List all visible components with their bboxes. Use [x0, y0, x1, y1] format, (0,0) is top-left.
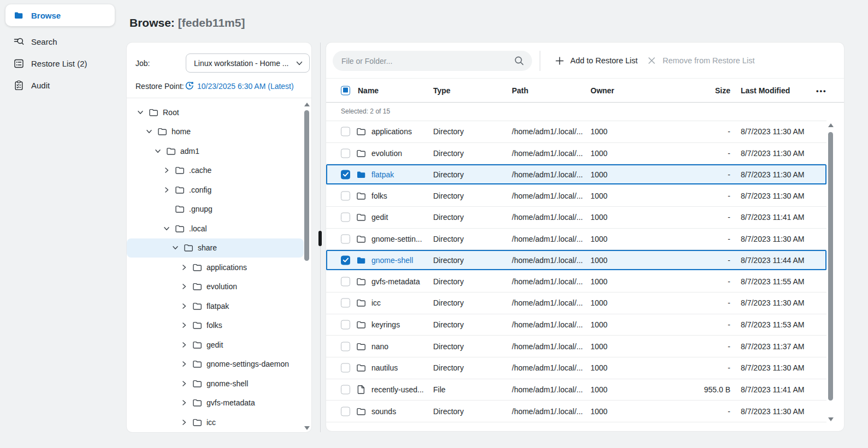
sidebar-item-browse[interactable]: Browse	[5, 4, 115, 26]
tree-node-gedit[interactable]: gedit	[127, 335, 304, 355]
column-header-name[interactable]: Name	[358, 86, 379, 95]
sidebar-item-search[interactable]: Search	[0, 31, 123, 52]
table-row-keyrings[interactable]: keyringsDirectory/home/adm1/.local/...10…	[326, 314, 826, 336]
table-row-evolution[interactable]: evolutionDirectory/home/adm1/.local/...1…	[326, 143, 826, 165]
cell-name: folks	[371, 192, 429, 200]
row-checkbox[interactable]	[341, 191, 350, 200]
chevron-right-icon[interactable]	[180, 264, 192, 271]
tree-node-share[interactable]: share	[127, 238, 304, 258]
chevron-right-icon[interactable]	[180, 360, 192, 368]
folder-icon	[192, 301, 202, 311]
cell-path: /home/adm1/.local/...	[512, 149, 586, 158]
scroll-up-arrow-icon[interactable]	[828, 123, 834, 127]
chevron-right-icon[interactable]	[180, 341, 192, 349]
row-checkbox[interactable]	[341, 277, 350, 286]
sidebar-item-audit[interactable]: Audit	[0, 74, 123, 96]
chevron-down-icon[interactable]	[145, 128, 157, 135]
row-checkbox[interactable]	[341, 342, 350, 351]
chevron-right-icon[interactable]	[180, 283, 192, 290]
scroll-up-arrow-icon[interactable]	[304, 103, 310, 106]
table-row-sounds[interactable]: soundsDirectory/home/adm1/.local/...1000…	[326, 401, 826, 422]
chevron-right-icon[interactable]	[180, 399, 192, 407]
table-scrollbar-thumb[interactable]	[828, 132, 833, 401]
select-all-checkbox[interactable]	[341, 86, 350, 95]
tree-node-config[interactable]: .config	[127, 180, 304, 200]
tree-node-flatpak[interactable]: flatpak	[127, 296, 304, 316]
column-header-last-modified[interactable]: Last Modified	[741, 86, 828, 95]
row-checkbox[interactable]	[341, 298, 350, 308]
row-checkbox[interactable]	[341, 363, 350, 373]
chevron-right-icon[interactable]	[180, 302, 192, 310]
tree-node-gnupg[interactable]: .gnupg	[127, 200, 304, 219]
chevron-right-icon[interactable]	[163, 166, 175, 174]
search-icon[interactable]	[514, 56, 524, 66]
row-checkbox[interactable]	[341, 213, 350, 222]
tree-node-adm1[interactable]: adm1	[127, 141, 304, 161]
table-row-applications[interactable]: applicationsDirectory/home/adm1/.local/.…	[326, 121, 826, 143]
cell-owner: 1000	[591, 385, 651, 394]
tree-node-local[interactable]: .local	[127, 219, 304, 238]
cell-size: 955.0 B	[659, 385, 730, 394]
add-to-restore-list-button[interactable]: Add to Restore List	[555, 43, 637, 79]
column-options-button[interactable]: •••	[816, 86, 827, 94]
chevron-right-icon[interactable]	[163, 186, 175, 194]
table-row-gnome-shell[interactable]: gnome-shellDirectory/home/adm1/.local/..…	[326, 250, 826, 271]
row-checkbox[interactable]	[341, 127, 350, 136]
chevron-down-icon[interactable]	[163, 225, 175, 232]
table-row-nano[interactable]: nanoDirectory/home/adm1/.local/...1000-8…	[326, 336, 826, 357]
chevron-right-icon[interactable]	[180, 419, 192, 426]
scroll-down-arrow-icon[interactable]	[304, 426, 310, 430]
table-row-flatpak[interactable]: flatpakDirectory/home/adm1/.local/...100…	[326, 164, 826, 185]
chevron-down-icon[interactable]	[137, 109, 149, 116]
panel-splitter-handle[interactable]	[318, 231, 322, 246]
chevron-down-icon[interactable]	[172, 244, 184, 252]
tree-node-cache[interactable]: .cache	[127, 161, 304, 181]
chevron-down-icon[interactable]	[154, 147, 166, 155]
table-row-recently-used[interactable]: recently-used...File/home/adm1/.local/..…	[326, 379, 826, 401]
table-row-gvfs-metadata[interactable]: gvfs-metadataDirectory/home/adm1/.local/…	[326, 271, 826, 292]
row-checkbox[interactable]	[341, 255, 350, 265]
tree-node-gnome-settings-daemon[interactable]: gnome-settings-daemon	[127, 355, 304, 374]
cell-size: -	[659, 342, 730, 351]
cell-type: Directory	[433, 342, 504, 351]
tree-node-root[interactable]: Root	[127, 103, 304, 122]
column-header-type[interactable]: Type	[433, 86, 504, 95]
tree-node-home[interactable]: home	[127, 122, 304, 142]
restore-point-link[interactable]: 10/23/2025 6:30 AM (Latest)	[197, 82, 294, 91]
table-row-nautilus[interactable]: nautilusDirectory/home/adm1/.local/...10…	[326, 357, 826, 379]
table-row-folks[interactable]: folksDirectory/home/adm1/.local/...1000-…	[326, 185, 826, 207]
row-checkbox[interactable]	[341, 148, 350, 158]
row-checkbox[interactable]	[341, 407, 350, 416]
row-checkbox[interactable]	[341, 385, 350, 395]
tree-node-icc[interactable]: icc	[127, 413, 304, 432]
folder-icon	[192, 282, 202, 291]
remove-from-restore-list-button[interactable]: Remove from Restore List	[647, 43, 754, 79]
table-row-gnome-settin[interactable]: gnome-settin...Directory/home/adm1/.loca…	[326, 229, 826, 250]
file-search-input[interactable]	[333, 51, 532, 71]
row-checkbox[interactable]	[341, 170, 350, 179]
folder-icon	[192, 262, 202, 272]
tree-node-gvfs-metadata[interactable]: gvfs-metadata	[127, 393, 304, 413]
folder-icon	[356, 212, 366, 222]
column-header-path[interactable]: Path	[512, 86, 586, 95]
table-row-icc[interactable]: iccDirectory/home/adm1/.local/...1000-8/…	[326, 292, 826, 314]
sidebar-item-restore-list-2[interactable]: Restore List (2)	[0, 52, 123, 74]
x-icon	[647, 56, 657, 65]
table-row-gedit[interactable]: geditDirectory/home/adm1/.local/...1000-…	[326, 207, 826, 229]
row-checkbox[interactable]	[341, 320, 350, 330]
row-checkbox[interactable]	[341, 235, 350, 244]
tree-scrollbar[interactable]	[304, 103, 310, 430]
chevron-right-icon[interactable]	[180, 380, 192, 387]
tree-node-applications[interactable]: applications	[127, 258, 304, 277]
tree-node-evolution[interactable]: evolution	[127, 277, 304, 297]
column-header-owner[interactable]: Owner	[591, 86, 651, 95]
table-scrollbar[interactable]	[828, 122, 834, 423]
column-header-size[interactable]: Size	[659, 86, 730, 95]
scroll-down-arrow-icon[interactable]	[828, 417, 834, 421]
tree-node-gnome-shell[interactable]: gnome-shell	[127, 374, 304, 393]
tree-node-folks[interactable]: folks	[127, 316, 304, 336]
folder-icon	[356, 148, 366, 158]
job-select[interactable]: Linux workstation - Home ...	[186, 53, 310, 73]
tree-scrollbar-thumb[interactable]	[304, 110, 309, 261]
chevron-right-icon[interactable]	[180, 321, 192, 329]
